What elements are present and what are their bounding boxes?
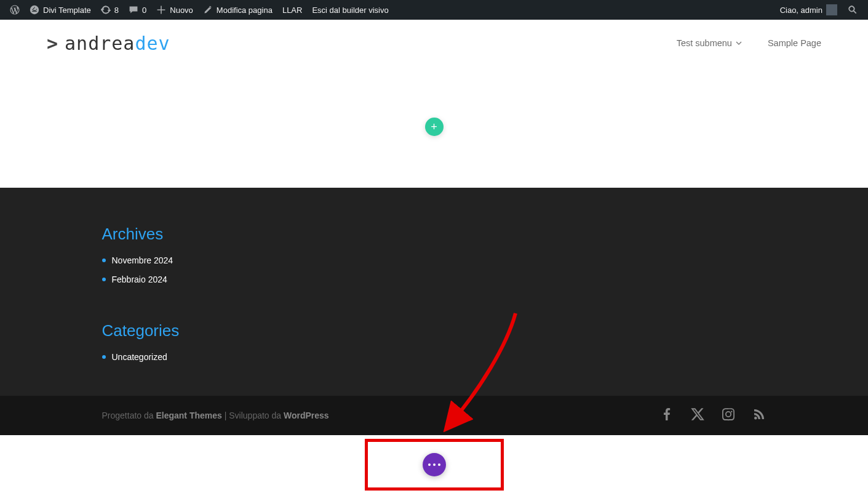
footer-credits: Progettato da Elegant Themes | Sviluppat… xyxy=(102,411,329,420)
comments-count: 0 xyxy=(142,6,146,15)
widget-title-categories: Categories xyxy=(102,321,766,340)
archive-link[interactable]: Novembre 2024 xyxy=(112,251,173,270)
theme-author-link[interactable]: Elegant Themes xyxy=(156,411,221,420)
edit-page-label: Modifica pagina xyxy=(217,6,273,15)
dot-icon xyxy=(428,463,431,466)
credits-sep: | Sviluppato da xyxy=(222,411,284,420)
avatar-icon xyxy=(826,4,837,15)
llar-link[interactable]: LLAR xyxy=(277,0,308,20)
plus-icon xyxy=(156,5,166,15)
logo-prompt: > xyxy=(47,33,58,54)
builder-settings-button[interactable] xyxy=(423,453,446,476)
list-item[interactable]: Novembre 2024 xyxy=(102,251,766,270)
exit-builder-link[interactable]: Esci dal builder visivo xyxy=(307,0,393,20)
nav-label: Test submenu xyxy=(677,38,732,48)
footer-bottom: Progettato da Elegant Themes | Sviluppat… xyxy=(0,396,868,435)
instagram-icon xyxy=(721,407,736,422)
dot-icon xyxy=(433,463,436,466)
pencil-icon xyxy=(203,5,213,15)
credits-prefix: Progettato da xyxy=(102,411,156,420)
updates-count: 8 xyxy=(114,6,119,15)
edit-page-link[interactable]: Modifica pagina xyxy=(198,0,277,20)
footer-widgets: Archives Novembre 2024 Febbraio 2024 Cat… xyxy=(0,188,868,396)
chevron-down-icon xyxy=(736,38,742,48)
site-title-text: Divi Template xyxy=(43,6,91,15)
admin-search-button[interactable] xyxy=(842,0,863,20)
logo-part2: dev xyxy=(135,33,170,54)
category-link[interactable]: Uncategorized xyxy=(112,348,167,367)
platform-link[interactable]: WordPress xyxy=(284,411,329,420)
wp-admin-left: Divi Template 8 0 Nuovo Modifica pagina … xyxy=(5,0,394,20)
comments-link[interactable]: 0 xyxy=(124,0,151,20)
add-section-button[interactable]: + xyxy=(425,118,444,136)
logo-part1: andrea xyxy=(65,33,135,54)
nav-item-test-submenu[interactable]: Test submenu xyxy=(677,38,742,48)
archive-link[interactable]: Febbraio 2024 xyxy=(112,270,167,289)
site-name-link[interactable]: Divi Template xyxy=(25,0,96,20)
facebook-icon xyxy=(659,407,674,422)
wordpress-icon xyxy=(10,5,20,15)
site-logo[interactable]: > andreadev xyxy=(47,33,170,54)
nav-item-sample-page[interactable]: Sample Page xyxy=(768,38,821,48)
wp-logo[interactable] xyxy=(5,0,25,20)
wp-admin-right: Ciao, admin xyxy=(775,0,863,20)
new-content-link[interactable]: Nuovo xyxy=(151,0,198,20)
dot-icon xyxy=(438,463,440,466)
facebook-link[interactable] xyxy=(659,407,674,424)
builder-canvas: + xyxy=(0,66,868,188)
primary-nav: Test submenu Sample Page xyxy=(677,38,821,48)
updates-link[interactable]: 8 xyxy=(96,0,124,20)
list-item[interactable]: Uncategorized xyxy=(102,348,766,367)
llar-label: LLAR xyxy=(282,6,303,15)
x-icon xyxy=(690,407,705,422)
dashboard-icon xyxy=(30,5,39,15)
widget-archives: Archives Novembre 2024 Febbraio 2024 xyxy=(102,225,766,289)
builder-bottom-bar xyxy=(0,435,868,493)
comment-icon xyxy=(129,5,138,15)
site-header: > andreadev Test submenu Sample Page xyxy=(0,20,868,66)
widget-categories: Categories Uncategorized xyxy=(102,321,766,367)
exit-builder-label: Esci dal builder visivo xyxy=(312,6,388,15)
greeting-text: Ciao, admin xyxy=(780,6,822,15)
refresh-icon xyxy=(101,5,111,15)
user-account-link[interactable]: Ciao, admin xyxy=(775,0,842,20)
rss-link[interactable] xyxy=(752,407,766,424)
social-links xyxy=(659,407,766,424)
instagram-link[interactable] xyxy=(721,407,736,424)
x-twitter-link[interactable] xyxy=(690,407,705,424)
list-item[interactable]: Febbraio 2024 xyxy=(102,270,766,289)
widget-title-archives: Archives xyxy=(102,225,766,244)
rss-icon xyxy=(752,407,766,422)
new-label: Nuovo xyxy=(170,6,193,15)
search-icon xyxy=(847,4,858,15)
nav-label: Sample Page xyxy=(768,38,821,48)
plus-icon: + xyxy=(431,121,437,134)
wp-admin-bar: Divi Template 8 0 Nuovo Modifica pagina … xyxy=(0,0,868,20)
